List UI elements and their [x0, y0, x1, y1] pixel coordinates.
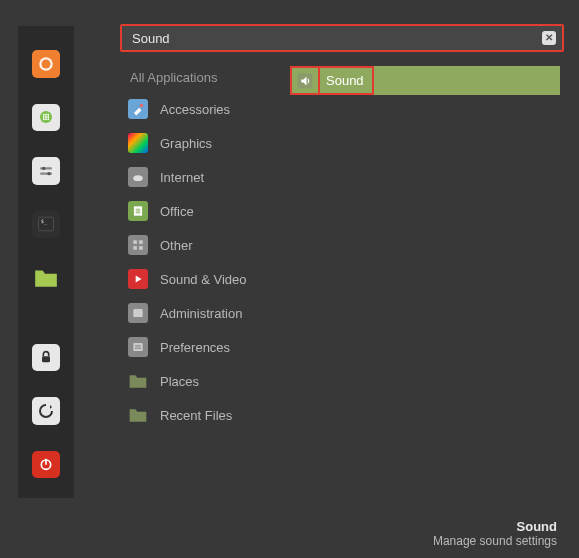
- graphics-icon: [128, 133, 148, 153]
- favorite-settings[interactable]: [32, 157, 60, 185]
- category-office[interactable]: Office: [128, 201, 565, 221]
- favorite-terminal[interactable]: $_: [32, 211, 60, 239]
- svg-point-11: [47, 119, 49, 121]
- category-label: Graphics: [160, 136, 212, 151]
- tooltip-description: Manage sound settings: [433, 534, 557, 548]
- category-label: Other: [160, 238, 193, 253]
- svg-point-10: [45, 119, 47, 121]
- svg-text:$_: $_: [41, 219, 48, 226]
- svg-rect-27: [133, 240, 137, 244]
- logout-button[interactable]: [32, 397, 60, 425]
- category-label: Office: [160, 204, 194, 219]
- svg-point-1: [42, 59, 51, 68]
- category-label: Sound & Video: [160, 272, 247, 287]
- result-sound[interactable]: Sound: [290, 66, 560, 95]
- app-tooltip: Sound Manage sound settings: [433, 519, 557, 548]
- svg-point-22: [133, 175, 142, 181]
- firefox-icon: [37, 55, 55, 73]
- result-highlight-icon: [290, 66, 320, 95]
- sound-icon: [296, 72, 314, 90]
- search-highlight: ✕: [120, 24, 564, 52]
- clear-icon: ✕: [545, 32, 553, 43]
- power-icon: [38, 456, 54, 472]
- svg-marker-31: [136, 276, 142, 283]
- internet-icon: [128, 167, 148, 187]
- category-label: Recent Files: [160, 408, 232, 423]
- svg-point-4: [45, 114, 47, 116]
- category-places[interactable]: Places: [128, 371, 565, 391]
- menu-main: ✕ All Applications Accessories Graphics …: [120, 24, 565, 558]
- lock-icon: [38, 349, 54, 365]
- recent-files-icon: [128, 405, 148, 425]
- svg-rect-30: [139, 246, 143, 250]
- favorite-firefox[interactable]: [32, 50, 60, 78]
- favorites-sidebar: $_: [18, 26, 74, 498]
- clear-search-button[interactable]: ✕: [542, 31, 556, 45]
- category-label: Administration: [160, 306, 242, 321]
- category-administration[interactable]: Administration: [128, 303, 565, 323]
- power-button[interactable]: [32, 451, 60, 479]
- category-preferences[interactable]: Preferences: [128, 337, 565, 357]
- preferences-icon: [128, 337, 148, 357]
- sound-video-icon: [128, 269, 148, 289]
- category-label: Places: [160, 374, 199, 389]
- category-list: Accessories Graphics Internet Office Oth…: [120, 99, 565, 425]
- logout-icon: [38, 403, 54, 419]
- svg-point-3: [43, 114, 45, 116]
- result-highlight-label: Sound: [320, 66, 374, 95]
- folder-icon: [33, 267, 59, 289]
- favorite-files[interactable]: [32, 264, 60, 292]
- svg-rect-18: [42, 357, 50, 363]
- svg-point-15: [47, 172, 50, 175]
- svg-rect-12: [40, 167, 52, 169]
- office-icon: [128, 201, 148, 221]
- sliders-icon: [37, 162, 55, 180]
- tooltip-title: Sound: [433, 519, 557, 534]
- terminal-icon: $_: [37, 215, 55, 233]
- category-accessories[interactable]: Accessories: [128, 99, 565, 119]
- svg-point-9: [43, 119, 45, 121]
- search-input[interactable]: [122, 26, 562, 50]
- favorite-apps[interactable]: [32, 104, 60, 132]
- category-label: Preferences: [160, 340, 230, 355]
- svg-rect-35: [135, 348, 141, 349]
- svg-rect-28: [139, 240, 143, 244]
- svg-point-5: [47, 114, 49, 116]
- category-label: Internet: [160, 170, 204, 185]
- apps-grid-icon: [37, 108, 55, 126]
- svg-rect-33: [133, 343, 142, 351]
- category-recent-files[interactable]: Recent Files: [128, 405, 565, 425]
- search-results: Sound: [290, 66, 560, 95]
- places-icon: [128, 371, 148, 391]
- svg-point-14: [42, 166, 45, 169]
- result-label: Sound: [326, 73, 364, 88]
- category-internet[interactable]: Internet: [128, 167, 565, 187]
- accessories-icon: [128, 99, 148, 119]
- svg-rect-32: [133, 309, 142, 317]
- category-graphics[interactable]: Graphics: [128, 133, 565, 153]
- category-sound-video[interactable]: Sound & Video: [128, 269, 565, 289]
- svg-rect-34: [135, 345, 141, 346]
- administration-icon: [128, 303, 148, 323]
- lock-button[interactable]: [32, 344, 60, 372]
- svg-point-21: [140, 104, 144, 108]
- svg-point-6: [43, 116, 45, 118]
- svg-point-7: [45, 116, 47, 118]
- other-icon: [128, 235, 148, 255]
- category-other[interactable]: Other: [128, 235, 565, 255]
- category-label: Accessories: [160, 102, 230, 117]
- svg-rect-29: [133, 246, 137, 250]
- svg-point-8: [47, 116, 49, 118]
